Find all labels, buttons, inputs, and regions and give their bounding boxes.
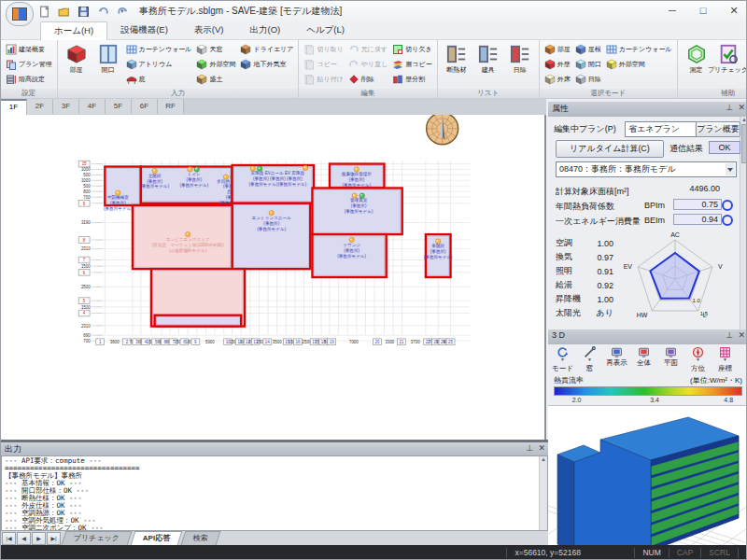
room-manager-room[interactable]: 管理員室(事務所)(事務所モデル) [312, 188, 402, 234]
pin-icon[interactable]: ⊥ [726, 103, 733, 112]
threed-tool-方位[interactable]: ▼方位 [685, 346, 711, 373]
ribbon-item-元に戻す[interactable]: 元に戻す [346, 42, 390, 56]
floor-plan[interactable]: 空調機械室(事務所)(事務所モデル)北階段(事務所)(事務所モデル)トイレ(事務… [1, 115, 546, 440]
resize-grip[interactable] [738, 548, 747, 558]
ribbon-item-壁分割[interactable]: 壁分割 [390, 72, 433, 86]
ribbon-item-切り欠き[interactable]: 切り欠き [390, 42, 433, 56]
room-entrance-hall[interactable]: エントランスホール(事務所)(事務所モデル) [233, 203, 311, 269]
room-east-stair[interactable]: 東階段(事務所)(事務所モデル) [424, 234, 453, 277]
ribbon-item-地下外気室[interactable]: 地下外気室 [238, 57, 295, 71]
save-button[interactable] [76, 5, 92, 19]
ribbon-item-やり直し[interactable]: やり直し [346, 57, 390, 71]
ribbon-item-屋根[interactable]: 屋根 [573, 42, 603, 56]
threed-view[interactable] [548, 405, 747, 557]
bei-status-icon [722, 215, 733, 226]
ribbon-item-建具[interactable]: 建具 [472, 42, 504, 75]
edit-plan-select[interactable]: 省エネプラン [625, 121, 706, 137]
ribbon-item-外床[interactable]: 外床 [543, 72, 572, 86]
output-nav-button[interactable]: ◀ [17, 532, 31, 545]
ribbon-item-コピー[interactable]: コピー [302, 57, 345, 71]
ribbon-item-断熱材[interactable]: 断熱材 [441, 42, 472, 75]
open-folder-button[interactable] [56, 5, 72, 19]
ribbon-item-プリチェック[interactable]: プリチェック [712, 42, 744, 75]
output-nav-button[interactable]: |◀ [2, 532, 16, 545]
app-menu-button[interactable] [6, 2, 34, 26]
ribbon-item-外壁[interactable]: 外壁 [543, 57, 572, 71]
output-log[interactable]: --- API要求：compute --- ==================… [1, 455, 548, 531]
output-tab-API応答[interactable]: API応答 [131, 531, 183, 545]
ribbon-item-開口[interactable]: 開口 [92, 42, 124, 75]
floor-tab-1F[interactable]: 1F [1, 99, 27, 116]
floor-tab-RF[interactable]: RF [158, 99, 184, 114]
ribbon-item-ドライエリア[interactable]: ドライエリア [238, 42, 295, 56]
plan-summary-button[interactable]: プラン概要 [696, 121, 740, 137]
ribbon-tab-1[interactable]: 設備機器(E) [107, 21, 181, 40]
legend-tick: 4.8 [724, 397, 733, 403]
close-icon[interactable]: ✕ [738, 103, 745, 112]
north-compass-icon [427, 115, 458, 145]
output-nav-button[interactable]: ▶ [32, 532, 46, 545]
ribbon-item-層コピー[interactable]: 層コピー [390, 57, 433, 71]
threed-tool-座標[interactable]: ▼座標 [712, 346, 738, 373]
threed-tool-窓[interactable]: ▼窓 [577, 346, 602, 373]
close-button[interactable]: ✕ [720, 1, 747, 20]
room-lounge[interactable]: ラウンジ(事務所)(事務所モデル) [312, 234, 386, 277]
room-waste-storage[interactable]: 廃棄物保管場所(事務所)(事務所モデル) [330, 164, 384, 189]
output-tab-プリチェック[interactable]: プリチェック [62, 531, 133, 545]
drawing-canvas[interactable]: 空調機械室(事務所)(事務所モデル)北階段(事務所)(事務所モデル)トイレ(事務… [1, 115, 546, 440]
threed-panel-header: 3 D ⊥ ✕ [548, 329, 747, 344]
properties-scrollbar[interactable]: ▲ [740, 117, 747, 331]
room-convenience-store[interactable]: コンビニエンスストア(百貨店、マーケット等(1000m²未満))(小規模物販モデ… [133, 205, 233, 269]
ribbon-item-日除[interactable]: 日除 [573, 72, 603, 86]
ribbon-item-天窓[interactable]: 天窓 [194, 42, 237, 56]
threed-tool-再表示[interactable]: 再表示 [604, 346, 629, 373]
output-nav-button[interactable]: ▶| [47, 532, 61, 545]
ribbon-tab-2[interactable]: 表示(V) [181, 21, 237, 40]
ribbon-item-検索[interactable]: 検索 [744, 42, 747, 75]
output-tab-検索[interactable]: 検索 [181, 531, 221, 545]
ribbon-item-階高設定[interactable]: 階高設定 [4, 72, 54, 86]
realtime-calc-button[interactable]: リアルタイム計算(C) [556, 140, 664, 158]
ribbon-item-開口[interactable]: 開口 [573, 57, 603, 71]
threed-tool-平面[interactable]: 平面 [658, 346, 684, 373]
customize-arrow-icon[interactable]: ▾ [120, 7, 124, 15]
dimension-value: 690 [83, 333, 91, 338]
pin-icon[interactable]: ⊥ [726, 330, 733, 340]
output-scrollbar[interactable]: ▲ [539, 456, 547, 530]
pin-icon[interactable]: ⊥ [526, 443, 533, 453]
maximize-button[interactable]: □ [689, 1, 717, 20]
floor-tab-4F[interactable]: 4F [79, 99, 106, 114]
ribbon-item-盛土[interactable]: 盛土 [194, 72, 237, 86]
ribbon-item-部屋[interactable]: 部屋 [543, 42, 572, 56]
ribbon-item-日除[interactable]: 日除 [504, 42, 536, 75]
room-lower-band[interactable] [155, 315, 242, 327]
ribbon-tab-0[interactable]: ホーム(H) [40, 21, 107, 41]
ribbon-tab-3[interactable]: 出力(O) [236, 21, 293, 40]
floor-tab-5F[interactable]: 5F [106, 99, 132, 114]
ribbon-item-庇[interactable]: 庇 [124, 72, 194, 86]
ribbon-tab-4[interactable]: ヘルプ(L) [293, 21, 358, 40]
ribbon-item-部屋[interactable]: 部屋 [61, 42, 92, 75]
ribbon-item-プラン管理[interactable]: プラン管理 [4, 57, 54, 71]
ribbon-item-貼り付け[interactable]: 貼り付け [302, 72, 345, 86]
floor-tab-3F[interactable]: 3F [53, 99, 79, 114]
model-select[interactable]: 08470：事務所：事務所モデル [556, 161, 737, 177]
ribbon-item-カーテンウォール[interactable]: カーテンウォール [124, 42, 194, 56]
ribbon-item-外部空間[interactable]: 外部空間 [194, 57, 237, 71]
new-file-button[interactable] [36, 5, 52, 19]
ribbon-item-外部空間[interactable]: 外部空間 [604, 57, 674, 71]
close-icon[interactable]: ✕ [538, 443, 545, 453]
ribbon-item-建築概要[interactable]: 建築概要 [4, 42, 54, 56]
ribbon-item-カーテンウォール[interactable]: カーテンウォール [604, 42, 674, 56]
close-icon[interactable]: ✕ [738, 330, 745, 340]
threed-tool-全体[interactable]: 全体 [631, 346, 656, 373]
threed-tool-モード[interactable]: ▼モード [550, 346, 575, 373]
floor-tab-6F[interactable]: 6F [132, 99, 158, 114]
room-elevator-block[interactable]: 昇降路 EVホール EV 昇降路(事務所) (事務所) (事務所)(事務所モデル… [233, 165, 314, 203]
minimize-button[interactable]: ─ [658, 1, 686, 20]
ribbon-item-削除[interactable]: 削除 [346, 72, 390, 86]
undo-button[interactable] [95, 5, 111, 19]
ribbon-item-アトリウム[interactable]: アトリウム [124, 57, 194, 71]
floor-tab-2F[interactable]: 2F [27, 99, 53, 114]
ribbon-item-切り取り[interactable]: 切り取り [302, 42, 345, 56]
